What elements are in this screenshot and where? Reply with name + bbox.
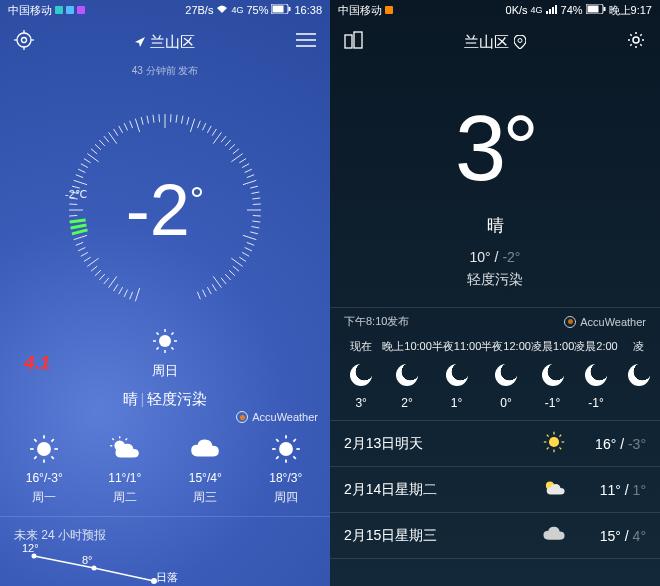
today-condition: 晴 [123,390,138,407]
svg-line-64 [202,123,205,130]
daily-forecast[interactable]: 16°/-3°周一11°/1°周二15°/4°周三18°/3°周四 [0,429,330,506]
hourly-temp: -1° [574,396,617,410]
accuweather-icon [236,411,248,423]
svg-line-83 [253,216,261,217]
daily-hi: 16° [26,471,44,485]
status-bar: 中国移动 0K/s 4G 74% 晚上9:17 [330,0,660,20]
svg-point-105 [159,335,171,347]
today-aqi: 轻度污染 [147,390,207,407]
daily-lo: -3° [628,436,646,452]
svg-line-72 [231,154,242,162]
svg-line-86 [250,232,258,234]
sim-icon [66,6,74,14]
daily-item[interactable]: 15°/4°周三 [165,429,246,506]
daily-item[interactable]: 16°/-3°周一 [4,429,85,506]
svg-rect-1 [273,6,284,13]
svg-line-22 [87,258,98,266]
svg-line-102 [72,230,87,234]
svg-line-104 [70,220,86,222]
daily-lo: 4° [210,471,221,485]
hourly-label: 现在 [340,339,382,354]
svg-point-137 [32,554,37,559]
battery-pct: 75% [246,4,268,16]
moon-icon [618,357,660,393]
svg-line-98 [212,284,216,291]
signal-bars-icon [546,4,558,16]
hourly-item[interactable]: 凌晨1:00-1° [531,339,574,420]
hourly-item[interactable]: 晚上10:002° [382,339,432,420]
daily-hi: 15° [600,528,621,544]
svg-line-157 [559,447,561,449]
svg-line-24 [81,252,88,256]
svg-line-89 [245,247,252,250]
svg-line-55 [153,115,154,123]
svg-line-48 [114,129,118,136]
hourly-temp: -1° [531,396,574,410]
hourly-forecast[interactable]: 现在3°晚上10:002°半夜11:001°半夜12:000°凌晨1:00-1°… [330,335,660,421]
daily-item[interactable]: 2月14日星期二11° / 1° [330,467,660,513]
hourly-chart[interactable]: 12° 8° 日落 [0,546,330,586]
location-name: 兰山区 [464,33,509,52]
svg-rect-140 [546,11,548,14]
svg-line-60 [181,116,182,124]
hourly-pt1: 12° [22,542,39,554]
temp-dial: -2℃ -2 ° [45,90,285,330]
svg-line-23 [84,257,91,261]
signal-type: 4G [531,5,543,15]
daily-day: 周四 [246,489,327,506]
svg-line-14 [124,290,127,297]
clock: 16:38 [294,4,322,16]
svg-line-91 [239,257,246,261]
svg-line-81 [253,204,261,205]
svg-line-76 [247,175,254,178]
svg-line-37 [74,180,87,184]
hourly-item[interactable]: 现在3° [340,339,382,420]
daily-hi: 11° [600,482,621,498]
location-picker[interactable]: 兰山区 [464,33,526,52]
menu-icon[interactable] [296,33,316,51]
hourly-item[interactable]: 凌 [618,339,660,420]
daily-day: 周三 [165,489,246,506]
buildings-icon[interactable] [344,31,364,53]
hourly-item[interactable]: 凌晨2:00-1° [574,339,617,420]
update-time: 下午8:10发布 [344,314,409,329]
daily-date: 2月13日明天 [344,435,536,453]
net-speed: 0K/s [506,4,528,16]
daily-date: 2月15日星期三 [344,527,536,545]
moon-icon [481,357,531,393]
settings-gear-icon[interactable] [14,30,34,54]
svg-line-41 [84,159,91,163]
svg-point-3 [17,33,31,47]
net-speed: 27B/s [185,4,213,16]
daily-item[interactable]: 2月13日明天16° / -3° [330,421,660,467]
daily-item[interactable]: 18°/3°周四 [246,429,327,506]
svg-line-54 [147,116,148,124]
daily-item[interactable]: 11°/1°周二 [85,429,166,506]
location-pin-icon [514,35,526,49]
svg-rect-143 [555,5,557,14]
svg-line-119 [34,439,36,441]
svg-line-65 [207,126,211,133]
svg-line-95 [225,274,230,280]
status-bar: 中国移动 27B/s 4G 75% 16:38 [0,0,330,20]
hourly-item[interactable]: 半夜11:001° [432,339,482,420]
svg-line-73 [239,159,246,163]
hourly-item[interactable]: 半夜12:000° [481,339,531,420]
svg-line-80 [252,198,260,199]
svg-line-69 [225,140,230,146]
svg-line-40 [81,164,88,168]
svg-line-93 [233,266,239,271]
svg-line-17 [109,276,117,287]
daily-forecast[interactable]: 2月13日明天16° / -3°2月14日星期二11° / 1°2月15日星期三… [330,421,660,559]
weather-icon [165,429,246,469]
daily-item[interactable]: 2月15日星期三15° / 4° [330,513,660,559]
svg-rect-2 [289,7,291,11]
svg-line-100 [202,290,205,297]
daily-lo: -3° [47,471,62,485]
location-picker[interactable]: 兰山区 [135,33,195,52]
daily-date: 2月14日星期二 [344,481,536,499]
settings-gear-icon[interactable] [626,30,646,54]
wifi-icon [216,4,228,16]
carrier-label: 中国移动 [338,3,382,18]
svg-line-87 [243,235,256,239]
